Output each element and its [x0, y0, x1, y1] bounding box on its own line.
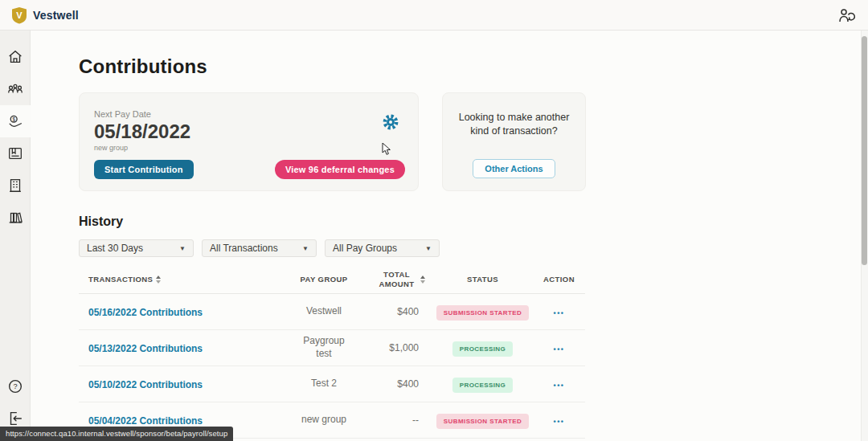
scrollbar-track[interactable]	[861, 31, 868, 441]
amount-cell: --	[368, 414, 432, 426]
amount-cell: $1,000	[368, 342, 432, 353]
pay-group-cell: Paygroup test	[294, 335, 354, 360]
status-badge: Submission Started	[436, 414, 529, 429]
sidebar-item-resources[interactable]	[0, 202, 31, 234]
status-badge: Processing	[452, 341, 513, 357]
sidebar-item-home[interactable]	[0, 41, 31, 73]
table-row: 05/16/2022 Contributions Vestwell $400 S…	[79, 294, 585, 330]
svg-text:$: $	[12, 116, 15, 122]
amount-cell: $400	[368, 378, 432, 390]
row-actions-button[interactable]: •••	[554, 345, 565, 353]
start-contribution-button[interactable]: Start Contribution	[94, 160, 194, 179]
participants-icon	[6, 80, 24, 98]
transaction-link[interactable]: 05/10/2022 Contributions	[88, 379, 203, 390]
home-icon	[6, 48, 24, 66]
chevron-down-icon: ▼	[302, 245, 309, 252]
date-range-value: Last 30 Days	[87, 243, 143, 254]
history-filters: Last 30 Days ▼ All Transactions ▼ All Pa…	[79, 239, 440, 257]
top-bar: V Vestwell	[0, 0, 868, 31]
transaction-link[interactable]: 05/16/2022 Contributions	[88, 307, 203, 318]
chevron-down-icon: ▼	[425, 245, 432, 252]
chevron-down-icon: ▼	[179, 245, 186, 252]
gear-icon	[381, 112, 402, 132]
company-building-icon	[6, 177, 24, 194]
next-pay-date-value: 05/18/2022	[94, 121, 403, 141]
main-content: Contributions Next Pay Date 05/18/2022 n…	[31, 31, 862, 441]
help-icon: ?	[6, 378, 24, 395]
date-range-dropdown[interactable]: Last 30 Days ▼	[79, 239, 194, 257]
history-table: Transactions Pay Group Total Amount Stat…	[79, 265, 585, 439]
pay-group-cell: Test 2	[311, 378, 337, 390]
sort-icon	[420, 276, 425, 284]
history-title: History	[79, 214, 123, 229]
page-title: Contributions	[79, 55, 207, 78]
account-switch-button[interactable]	[836, 5, 857, 26]
next-pay-group: new group	[94, 144, 403, 152]
column-header-action: Action	[533, 275, 585, 284]
next-pay-date-label: Next Pay Date	[94, 109, 403, 119]
view-deferral-changes-button[interactable]: View 96 deferral changes	[275, 160, 405, 179]
row-actions-button[interactable]: •••	[554, 418, 565, 426]
column-header-pay-group: Pay Group	[280, 275, 368, 284]
pay-group-cell: Vestwell	[306, 305, 342, 318]
contributions-hand-coin-icon: $	[6, 112, 24, 130]
row-actions-button[interactable]: •••	[554, 309, 565, 317]
pay-group-cell: new group	[301, 414, 346, 427]
payroll-settings-button[interactable]	[381, 112, 402, 137]
pay-group-value: All Pay Groups	[333, 243, 397, 254]
transaction-type-dropdown[interactable]: All Transactions ▼	[202, 239, 317, 257]
documents-icon	[6, 145, 24, 162]
transaction-link[interactable]: 05/04/2022 Contributions	[88, 415, 203, 427]
sort-icon	[156, 276, 161, 284]
brand-logo[interactable]: V Vestwell	[11, 6, 79, 24]
sidebar-item-company[interactable]	[0, 169, 31, 202]
column-header-total-amount[interactable]: Total Amount	[368, 270, 432, 289]
history-table-body: 05/16/2022 Contributions Vestwell $400 S…	[79, 294, 585, 439]
logout-icon	[6, 410, 24, 427]
status-url-bar: https://connect.qa10.internal.vestwell/s…	[0, 427, 233, 441]
table-row: 05/10/2022 Contributions Test 2 $400 Pro…	[79, 366, 585, 402]
status-badge: Processing	[452, 378, 513, 393]
table-row: 05/13/2022 Contributions Paygroup test $…	[79, 330, 585, 366]
other-transaction-card: Looking to make another kind of transact…	[442, 92, 586, 191]
resources-books-icon	[6, 209, 24, 227]
transaction-type-value: All Transactions	[210, 243, 278, 254]
svg-text:V: V	[16, 10, 23, 19]
status-badge: Submission Started	[436, 305, 529, 321]
column-header-transactions[interactable]: Transactions	[79, 275, 280, 284]
history-table-header: Transactions Pay Group Total Amount Stat…	[79, 265, 585, 294]
transaction-link[interactable]: 05/13/2022 Contributions	[88, 343, 203, 354]
vestwell-shield-icon: V	[11, 6, 27, 24]
column-header-status: Status	[432, 275, 533, 284]
sidebar-item-contributions[interactable]: $	[0, 105, 31, 137]
sidebar-item-documents[interactable]	[0, 137, 31, 169]
scrollbar-thumb[interactable]	[862, 36, 867, 265]
sidebar-item-help[interactable]: ?	[0, 370, 31, 402]
row-actions-button[interactable]: •••	[554, 382, 565, 390]
sidebar-nav: $	[0, 31, 31, 441]
other-transaction-message: Looking to make another kind of transact…	[456, 111, 572, 138]
pay-group-dropdown[interactable]: All Pay Groups ▼	[325, 239, 440, 257]
other-actions-button[interactable]: Other Actions	[473, 159, 555, 178]
svg-text:?: ?	[13, 382, 17, 390]
brand-name: Vestwell	[33, 9, 79, 22]
amount-cell: $400	[368, 306, 432, 317]
next-pay-date-card: Next Pay Date 05/18/2022 new group Start…	[79, 92, 419, 191]
user-switch-icon	[837, 7, 855, 23]
sidebar-item-participants[interactable]	[0, 73, 31, 105]
